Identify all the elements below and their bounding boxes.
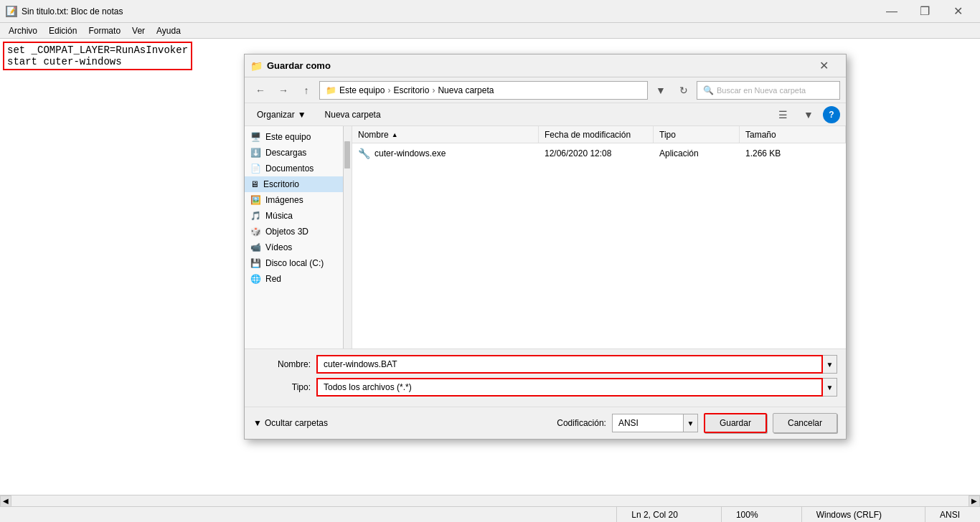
sidebar-scroll-thumb[interactable] [344,141,351,169]
sidebar-label-descargas: Descargas [265,148,306,158]
view-toggle-button[interactable]: ☰ [771,106,794,123]
filename-input[interactable] [316,355,823,374]
help-button[interactable]: ? [823,106,840,123]
forward-button[interactable]: → [273,82,293,99]
close-button[interactable]: ✕ [941,0,974,23]
address-part-2[interactable]: Escritorio [393,85,429,95]
organize-label: Organizar [257,110,295,120]
dialog-close-button[interactable]: ✕ [807,54,840,77]
filename-label: Nombre: [253,359,311,369]
filetype-dropdown-arrow[interactable]: ▼ [823,378,837,397]
filetype-select[interactable]: Todos los archivos (*.*) [316,378,823,397]
search-icon: 🔍 [703,85,714,95]
filetype-select-wrap: Todos los archivos (*.*) ▼ [316,378,837,397]
new-folder-button[interactable]: Nueva carpeta [319,106,387,123]
minimize-button[interactable]: — [875,0,908,23]
sidebar-item-videos[interactable]: 📹 Vídeos [245,239,352,255]
sidebar-label-este-equipo: Este equipo [265,132,311,142]
save-button[interactable]: Guardar [704,413,767,433]
dialog-form: Nombre: ▼ Tipo: Todos los archivos (*.*)… [245,348,846,407]
sidebar-label-imagenes: Imágenes [265,195,303,205]
status-encoding: ANSI [925,507,974,522]
encoding-label: Codificación: [557,418,606,428]
status-zoom: 100% [721,507,773,522]
encoding-value[interactable]: ANSI [612,414,684,432]
encoding-dropdown-arrow[interactable]: ▼ [684,414,698,432]
hide-folders-label: Ocultar carpetas [265,418,328,428]
sidebar-label-disco: Disco local (C:) [265,258,324,268]
file-name: cuter-windows.exe [374,148,446,158]
sidebar-label-objetos3d: Objetos 3D [265,227,308,237]
sidebar-item-musica[interactable]: 🎵 Música [245,208,352,224]
sidebar-label-red: Red [265,274,281,284]
documents-icon: 📄 [250,163,261,174]
sidebar-item-descargas[interactable]: ⬇️ Descargas [245,145,352,161]
filelist-header: Nombre ▲ Fecha de modificación Tipo Tama… [352,126,846,143]
sidebar-label-musica: Música [265,211,293,221]
scroll-right-btn[interactable]: ▶ [969,495,980,507]
toolbar2-right: ☰ ▼ ? [771,106,840,123]
file-date-cell: 12/06/2020 12:08 [539,148,654,158]
address-part-3[interactable]: Nueva carpeta [438,85,494,95]
filetype-row: Tipo: Todos los archivos (*.*) ▼ [253,378,837,397]
menu-ver[interactable]: Ver [126,24,151,37]
footer-right: Codificación: ANSI ▼ Guardar Cancelar [557,413,837,433]
col-size[interactable]: Tamaño [740,126,846,143]
filelist-rows: 🔧 cuter-windows.exe 12/06/2020 12:08 Apl… [352,143,846,348]
sidebar-label-videos: Vídeos [265,242,292,252]
exe-file-icon: 🔧 [358,148,370,159]
encoding-select: ANSI ▼ [612,414,698,432]
col-date[interactable]: Fecha de modificación [539,126,654,143]
dialog-titlebar: 📁 Guardar como ✕ [245,54,846,77]
status-line-endings: Windows (CRLF) [801,507,896,522]
address-part-1[interactable]: Este equipo [339,85,385,95]
hide-folders-button[interactable]: ▼ Ocultar carpetas [253,418,328,428]
sidebar-scrollbar[interactable] [343,126,352,348]
music-icon: 🎵 [250,211,261,221]
sidebar-item-objetos3d[interactable]: 🎲 Objetos 3D [245,224,352,239]
up-button[interactable]: ↑ [296,82,316,99]
sidebar-item-disco[interactable]: 💾 Disco local (C:) [245,255,352,271]
code-line-2: start cuter-windows [7,56,188,67]
code-line-1: set _COMPAT_LAYER=RunAsInvoker [7,44,188,56]
cancel-button[interactable]: Cancelar [773,413,837,433]
search-bar[interactable]: 🔍 Buscar en Nueva carpeta [697,81,840,100]
save-dialog: 📁 Guardar como ✕ ← → ↑ 📁 Este equipo › E… [244,54,847,440]
dialog-body: 🖥️ Este equipo ⬇️ Descargas 📄 Documentos… [245,126,846,348]
restore-button[interactable]: ❐ [908,0,941,23]
sidebar-item-imagenes[interactable]: 🖼️ Imágenes [245,192,352,208]
col-name[interactable]: Nombre ▲ [352,126,539,143]
back-button[interactable]: ← [250,82,270,99]
address-bar[interactable]: 📁 Este equipo › Escritorio › Nueva carpe… [319,81,648,100]
code-content-highlighted: set _COMPAT_LAYER=RunAsInvoker start cut… [3,42,192,70]
desktop-icon: 🖥 [250,179,259,189]
filetype-label: Tipo: [253,382,311,392]
refresh-button[interactable]: ↻ [674,82,694,99]
organize-button[interactable]: Organizar ▼ [250,106,313,123]
address-dropdown-btn[interactable]: ▼ [651,82,671,99]
scroll-left-btn[interactable]: ◀ [0,495,11,507]
filename-dropdown-arrow[interactable]: ▼ [823,355,837,374]
menu-ayuda[interactable]: Ayuda [151,24,187,37]
horizontal-scrollbar[interactable]: ◀ ▶ [0,495,980,506]
chevron-down-icon: ▼ [253,418,262,428]
table-row[interactable]: 🔧 cuter-windows.exe 12/06/2020 12:08 Apl… [352,143,846,163]
dialog-folder-icon: 📁 [250,60,263,72]
col-type[interactable]: Tipo [654,126,740,143]
videos-icon: 📹 [250,242,261,252]
dialog-title: Guardar como [267,60,807,71]
3d-icon: 🎲 [250,227,261,237]
view-dropdown-button[interactable]: ▼ [797,106,820,123]
dialog-nav-toolbar: ← → ↑ 📁 Este equipo › Escritorio › Nueva… [245,77,846,103]
sidebar-item-este-equipo[interactable]: 🖥️ Este equipo [245,129,352,145]
menu-archivo[interactable]: Archivo [3,24,43,37]
computer-icon: 🖥️ [250,132,261,142]
dialog-toolbar2: Organizar ▼ Nueva carpeta ☰ ▼ ? [245,103,846,126]
titlebar-buttons: — ❐ ✕ [875,0,974,23]
menu-edicion[interactable]: Edición [43,24,83,37]
menu-formato[interactable]: Formato [83,24,126,37]
sidebar-item-red[interactable]: 🌐 Red [245,271,352,287]
file-name-cell: 🔧 cuter-windows.exe [352,148,539,159]
sidebar-item-escritorio[interactable]: 🖥 Escritorio [245,176,352,192]
sidebar-item-documentos[interactable]: 📄 Documentos [245,161,352,176]
